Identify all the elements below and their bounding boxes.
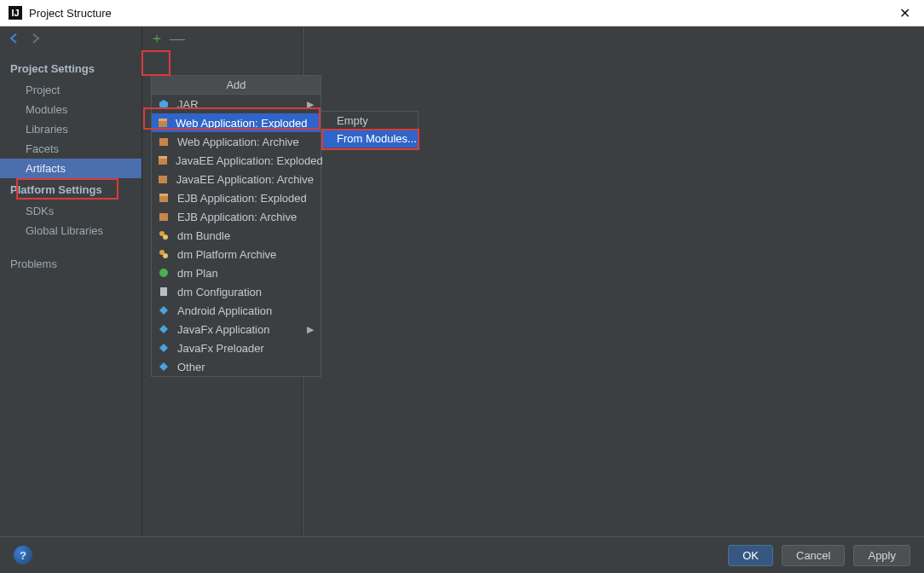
menu-item-label: dm Bundle: [177, 229, 230, 242]
svg-marker-16: [159, 306, 168, 315]
ok-button[interactable]: OK: [728, 545, 773, 566]
svg-rect-1: [159, 120, 167, 127]
svg-marker-0: [159, 100, 168, 109]
menu-item-dm-plan[interactable]: dm Plan: [152, 263, 321, 282]
submenu-arrow-icon: ▶: [290, 324, 314, 335]
svg-rect-8: [159, 194, 168, 196]
menu-item-ejb-exploded[interactable]: EJB Application: Exploded: [152, 188, 321, 207]
menu-item-label: dm Plan: [177, 267, 218, 280]
arrow-left-icon: [9, 32, 20, 44]
svg-point-14: [159, 269, 168, 277]
forward-button[interactable]: [27, 31, 43, 46]
svg-rect-6: [159, 176, 167, 183]
archive-exploded-icon: [157, 191, 170, 205]
menu-item-label: Web Application: Exploded: [176, 117, 307, 130]
menu-item-label: EJB Application: Exploded: [177, 192, 307, 205]
add-button[interactable]: ＋: [149, 31, 165, 46]
artifact-details-panel: [302, 26, 924, 536]
help-button[interactable]: ?: [14, 546, 32, 564]
svg-point-13: [163, 253, 168, 258]
menu-item-other[interactable]: Other: [152, 357, 321, 376]
svg-rect-15: [160, 287, 167, 296]
menu-item-javaee-exploded[interactable]: JavaEE Application: Exploded: [152, 151, 321, 170]
menu-item-label: JavaEE Application: Archive: [176, 173, 314, 186]
diamond-icon: [157, 341, 170, 355]
sidebar: Project Settings Project Modules Librari…: [0, 26, 141, 536]
svg-rect-7: [159, 195, 168, 202]
web-exploded-submenu[interactable]: Empty From Modules...: [321, 111, 419, 148]
sidebar-item-project[interactable]: Project: [0, 80, 141, 100]
archive-icon: [157, 210, 170, 223]
menu-item-label: JavaFx Preloader: [177, 342, 264, 355]
svg-rect-2: [159, 119, 167, 121]
archive-icon: [157, 172, 170, 186]
titlebar: IJ Project Structure ✕: [0, 0, 924, 26]
remove-button[interactable]: —: [170, 31, 185, 46]
svg-rect-4: [159, 158, 167, 165]
window-close-button[interactable]: ✕: [894, 5, 915, 21]
cancel-button[interactable]: Cancel: [782, 545, 845, 566]
app-icon: IJ: [9, 6, 22, 20]
submenu-arrow-icon: ▶: [290, 99, 314, 110]
menu-item-label: JavaFx Application: [177, 323, 269, 336]
apply-button[interactable]: Apply: [853, 545, 910, 566]
submenu-item-empty[interactable]: Empty: [321, 112, 418, 130]
globe-icon: [157, 266, 170, 280]
sidebar-item-facets[interactable]: Facets: [0, 139, 141, 159]
minus-icon: —: [170, 30, 185, 48]
window-title: Project Structure: [29, 7, 112, 20]
menu-item-label: JAR: [177, 98, 199, 111]
menu-item-dm-bundle[interactable]: dm Bundle: [152, 226, 321, 245]
menu-item-label: dm Platform Archive: [177, 248, 276, 261]
svg-rect-5: [159, 156, 167, 159]
file-icon: [157, 285, 170, 298]
svg-marker-19: [159, 362, 168, 371]
diamond-icon: [157, 360, 170, 373]
menu-item-ejb-archive[interactable]: EJB Application: Archive: [152, 207, 321, 226]
menu-item-dm-configuration[interactable]: dm Configuration: [152, 282, 321, 301]
menu-item-dm-platform-archive[interactable]: dm Platform Archive: [152, 245, 321, 263]
menu-item-javafx-preloader[interactable]: JavaFx Preloader: [152, 339, 321, 357]
diamond-icon: [157, 322, 170, 336]
section-platform-settings: Platform Settings: [0, 178, 141, 201]
sidebar-item-libraries[interactable]: Libraries: [0, 119, 141, 139]
menu-item-jar[interactable]: JAR ▶: [152, 95, 321, 113]
submenu-item-from-modules[interactable]: From Modules...: [321, 130, 418, 148]
menu-item-android-application[interactable]: Android Application: [152, 301, 321, 320]
svg-rect-9: [159, 213, 168, 221]
menu-item-javaee-archive[interactable]: JavaEE Application: Archive: [152, 170, 321, 188]
jar-icon: [157, 97, 170, 111]
sidebar-item-problems[interactable]: Problems: [0, 254, 141, 274]
sidebar-item-artifacts[interactable]: Artifacts: [0, 159, 141, 178]
add-menu-header: Add: [152, 76, 321, 95]
diamond-icon: [157, 304, 170, 317]
menu-item-web-exploded[interactable]: Web Application: Exploded ▶: [152, 113, 321, 132]
sidebar-item-modules[interactable]: Modules: [0, 100, 141, 119]
add-menu[interactable]: Add JAR ▶ Web Application: Exploded ▶ We…: [151, 75, 321, 377]
menu-item-label: dm Configuration: [177, 286, 262, 298]
archive-exploded-icon: [157, 153, 169, 167]
menu-item-label: Web Application: Archive: [177, 136, 299, 148]
sidebar-item-sdks[interactable]: SDKs: [0, 201, 141, 221]
back-button[interactable]: [7, 31, 22, 46]
menu-item-label: Android Application: [177, 304, 272, 317]
svg-marker-18: [159, 344, 168, 352]
arrow-right-icon: [29, 32, 41, 44]
archive-icon: [157, 135, 170, 148]
menu-item-web-archive[interactable]: Web Application: Archive: [152, 132, 321, 151]
bundle-icon: [157, 229, 170, 242]
menu-item-label: Other: [177, 361, 205, 373]
svg-marker-17: [159, 325, 168, 333]
svg-point-11: [163, 234, 168, 240]
menu-item-javafx-application[interactable]: JavaFx Application ▶: [152, 320, 321, 339]
dialog-button-bar: ? OK Cancel Apply: [0, 536, 924, 573]
archive-exploded-icon: [157, 116, 169, 130]
svg-rect-3: [159, 138, 168, 146]
sidebar-item-global-libraries[interactable]: Global Libraries: [0, 221, 141, 240]
menu-item-label: JavaEE Application: Exploded: [176, 154, 323, 167]
section-project-settings: Project Settings: [0, 57, 141, 80]
plus-icon: ＋: [150, 30, 164, 48]
bundle-icon: [157, 247, 170, 261]
menu-item-label: EJB Application: Archive: [177, 211, 297, 223]
